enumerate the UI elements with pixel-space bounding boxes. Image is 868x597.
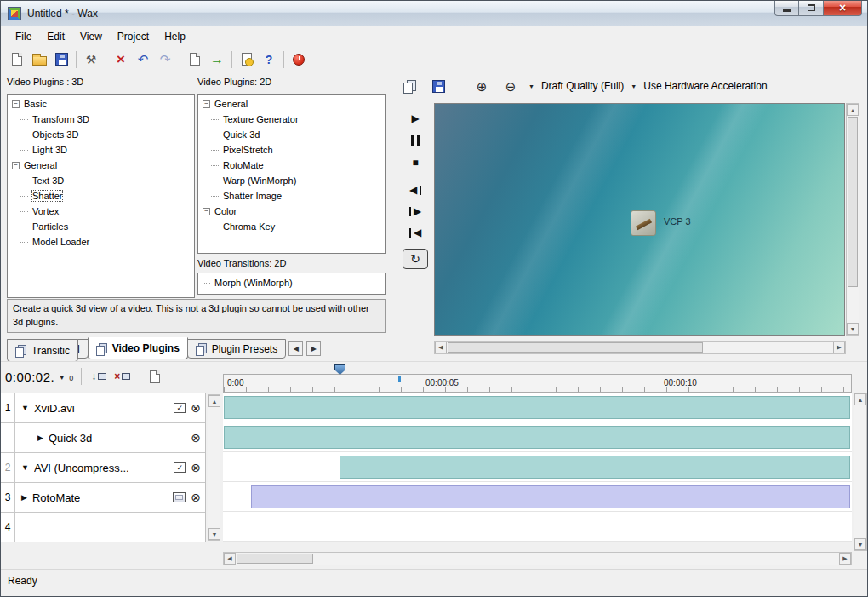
timeline-clips-area[interactable] — [223, 393, 852, 542]
maximize-button[interactable] — [799, 0, 824, 16]
collapse-track-icon[interactable]: ▼ — [21, 404, 29, 412]
timeline-vertical-scrollbar[interactable]: ▲ ▼ — [854, 393, 867, 551]
scroll-right-button[interactable]: ▶ — [839, 553, 851, 565]
remove-plugin-icon[interactable]: ⊗ — [191, 432, 201, 444]
tree-group-general[interactable]: −General — [8, 158, 194, 173]
scroll-up-button[interactable]: ▲ — [854, 393, 866, 405]
render-flag-icon[interactable]: ✓ — [174, 462, 186, 473]
minimize-button[interactable] — [774, 0, 799, 16]
plugin-name[interactable]: Quick 3d — [49, 432, 92, 445]
scroll-down-button[interactable]: ▼ — [208, 528, 220, 540]
quality-dropdown-icon[interactable]: ▼ — [528, 83, 534, 89]
scroll-up-button[interactable]: ▲ — [208, 395, 220, 407]
tree-group-basic[interactable]: −Basic — [8, 96, 194, 112]
scrollbar-thumb[interactable] — [848, 117, 858, 287]
expand-track-icon[interactable]: ▶ — [21, 493, 27, 502]
tab-plugin-presets[interactable]: Plugin Presets — [187, 339, 286, 359]
collapse-icon[interactable]: − — [12, 162, 20, 169]
scroll-down-button[interactable]: ▼ — [847, 323, 859, 335]
tree-item[interactable]: Objects 3D — [8, 127, 194, 142]
step-forward-button[interactable]: ▶ — [403, 201, 428, 221]
timecode-display[interactable]: 0:00:02. — [5, 370, 54, 384]
pause-button[interactable] — [403, 130, 428, 151]
track-name[interactable]: XviD.avi — [34, 402, 75, 415]
acceleration-dropdown-label[interactable]: Use Hardware Acceleration — [643, 80, 767, 92]
add-track-button[interactable]: ↓ — [89, 370, 108, 383]
timeline-horizontal-scrollbar[interactable]: ◀ ▶ — [223, 552, 852, 565]
step-back-button[interactable]: ◀ — [403, 180, 428, 200]
tree-item[interactable]: Light 3D — [8, 142, 194, 158]
timeline-clip-xvid[interactable] — [224, 396, 850, 419]
tree-item[interactable]: Shatter Image — [198, 188, 385, 204]
preview-horizontal-scrollbar[interactable]: ◀ ▶ — [434, 341, 846, 354]
help-button[interactable]: ? — [258, 49, 280, 70]
menu-view[interactable]: View — [72, 28, 110, 45]
tree-item[interactable]: Morph (WinMorph) — [198, 275, 385, 290]
track-row-4[interactable]: 4 — [1, 513, 205, 542]
tree-item[interactable]: PixelStretch — [198, 142, 385, 158]
track-row-1[interactable]: 1 ▼ XviD.avi ✓ ⊗ — [1, 393, 205, 423]
render-flag-icon[interactable]: ✓ — [174, 403, 186, 413]
track-row-2[interactable]: 2 ▼ AVI (Uncompress... ✓ ⊗ — [1, 453, 205, 483]
collapse-icon[interactable]: − — [203, 100, 210, 108]
scroll-up-button[interactable]: ▲ — [847, 104, 859, 116]
exit-button[interactable] — [288, 49, 310, 70]
expand-plugin-icon[interactable]: ▶ — [37, 433, 43, 442]
stop-button[interactable]: ■ — [403, 152, 428, 173]
track-name[interactable]: AVI (Uncompress... — [34, 462, 129, 474]
zoom-in-button[interactable]: ⊕ — [471, 76, 493, 96]
tree-item-selected[interactable]: Shatter — [8, 188, 194, 204]
save-button[interactable] — [50, 49, 72, 70]
copy-frame-button[interactable] — [398, 76, 420, 96]
new-project-button[interactable] — [6, 49, 28, 70]
close-button[interactable]: × — [824, 0, 862, 16]
track-name[interactable]: RotoMate — [32, 491, 80, 504]
menu-help[interactable]: Help — [157, 28, 193, 45]
track-row-quick3d[interactable]: ▶ Quick 3d ⊗ — [1, 423, 205, 453]
timeline-ruler[interactable]: 0:00 00:00:05 00:00:10 — [223, 374, 852, 393]
playhead[interactable] — [334, 364, 345, 549]
save-frame-button[interactable] — [427, 76, 449, 96]
tab-video-plugins[interactable]: Video Plugins — [88, 337, 188, 359]
delete-button[interactable]: × — [110, 49, 132, 70]
menu-project[interactable]: Project — [110, 28, 157, 45]
tree-item[interactable]: Quick 3d — [198, 127, 385, 142]
remove-track-icon[interactable]: ⊗ — [191, 462, 201, 474]
scroll-down-button[interactable]: ▼ — [854, 538, 866, 550]
tree-item[interactable]: Model Loader — [8, 234, 194, 250]
collapse-icon[interactable]: − — [12, 100, 20, 108]
scroll-right-button[interactable]: ▶ — [833, 342, 845, 353]
quality-dropdown-label[interactable]: Draft Quality (Full) — [541, 80, 624, 92]
delete-track-button[interactable]: × — [112, 370, 132, 383]
collapse-track-icon[interactable]: ▼ — [21, 463, 29, 472]
tree-item[interactable]: RotoMate — [198, 158, 385, 173]
tab-transitions[interactable]: Transitic — [7, 339, 78, 362]
open-button[interactable] — [28, 49, 50, 70]
scroll-left-button[interactable]: ◀ — [435, 342, 447, 353]
remove-track-icon[interactable]: ⊗ — [191, 402, 201, 414]
tree-item[interactable]: Transform 3D — [8, 112, 194, 127]
play-button[interactable]: ▶ — [403, 108, 428, 129]
settings-button[interactable]: ⚒ — [80, 49, 102, 70]
timeline-clip-quick3d[interactable] — [224, 426, 850, 449]
tree-item[interactable]: Text 3D — [8, 173, 194, 188]
tab-scroll-left-button[interactable]: ◀ — [288, 341, 303, 356]
tree-item[interactable]: Vortex — [8, 204, 194, 219]
tree-item[interactable]: Texture Generator — [198, 112, 385, 127]
timeline-clip-avi[interactable] — [340, 456, 850, 479]
tree-group-general[interactable]: −General — [198, 96, 385, 112]
zoom-out-button[interactable]: ⊖ — [500, 76, 522, 96]
timeline-properties-button[interactable] — [148, 369, 162, 385]
loop-button[interactable]: ↻ — [403, 249, 428, 269]
redo-button[interactable]: ↷ — [154, 49, 176, 70]
properties-button[interactable] — [236, 49, 258, 70]
scroll-left-button[interactable]: ◀ — [224, 553, 236, 565]
render-button[interactable]: → — [206, 49, 228, 70]
tab-scroll-right-button[interactable]: ▶ — [306, 341, 321, 356]
tree-item[interactable]: Particles — [8, 219, 194, 234]
preview-canvas[interactable]: VCP 3 — [434, 103, 845, 336]
undo-button[interactable]: ↶ — [132, 49, 154, 70]
menu-file[interactable]: File — [8, 28, 39, 45]
collapse-icon[interactable]: − — [203, 208, 210, 215]
tree-group-color[interactable]: −Color — [198, 204, 385, 219]
